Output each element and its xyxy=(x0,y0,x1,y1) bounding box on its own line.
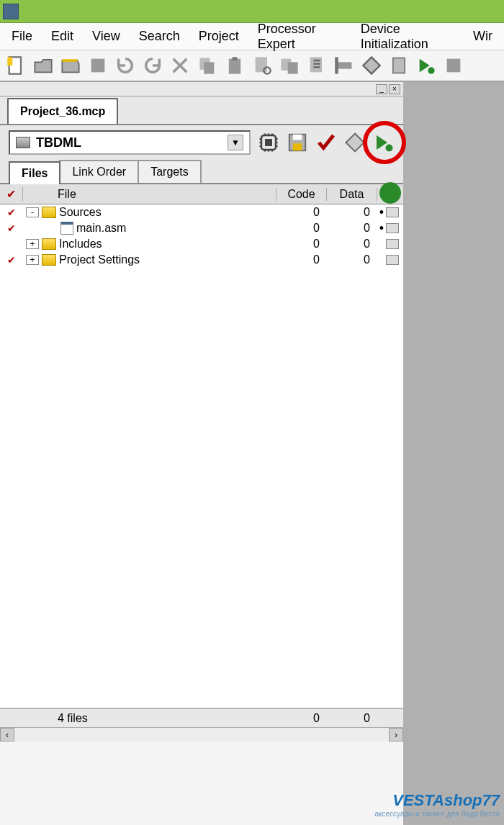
stop-square-button[interactable] xyxy=(444,55,464,76)
header-code[interactable]: Code xyxy=(276,188,327,201)
svg-rect-20 xyxy=(293,135,302,140)
tab-files[interactable]: Files xyxy=(9,161,60,184)
empty-workspace xyxy=(403,82,504,825)
row-data: 0 xyxy=(327,206,377,219)
doc-button[interactable] xyxy=(389,55,409,76)
svg-point-23 xyxy=(379,182,401,204)
table-row[interactable]: ✔ - Sources 0 0 • xyxy=(0,204,403,220)
row-dot: • xyxy=(377,225,386,232)
scroll-track[interactable] xyxy=(14,728,389,741)
check-icon: ✔ xyxy=(0,207,23,218)
svg-rect-13 xyxy=(335,57,338,73)
replace-button[interactable] xyxy=(279,55,300,76)
new-doc-button[interactable] xyxy=(6,55,26,76)
tab-targets[interactable]: Targets xyxy=(138,160,201,183)
document-panel: _ × Project_36.mcp TBDML ▼ Files Link Or… xyxy=(0,82,403,825)
menu-window-truncated[interactable]: Wir xyxy=(466,24,500,48)
row-menu-icon[interactable] xyxy=(386,207,403,217)
run-debug-button[interactable] xyxy=(373,132,395,153)
settings-chip-button[interactable] xyxy=(258,132,279,153)
check-icon: ✔ xyxy=(0,222,23,234)
save-disk-button[interactable] xyxy=(287,132,308,153)
folder-icon xyxy=(42,207,56,218)
header-check-icon[interactable]: ✔ xyxy=(0,187,23,201)
document-tab[interactable]: Project_36.mcp xyxy=(7,98,118,124)
target-select[interactable]: TBDML ▼ xyxy=(9,130,251,155)
header-data[interactable]: Data xyxy=(327,188,377,201)
undo-button[interactable] xyxy=(115,55,135,76)
paste-button[interactable] xyxy=(225,55,245,76)
row-menu-icon[interactable] xyxy=(386,255,403,265)
stop-button[interactable] xyxy=(88,55,108,76)
svg-rect-7 xyxy=(256,57,267,72)
menu-file[interactable]: File xyxy=(4,24,40,48)
collapse-icon[interactable]: - xyxy=(26,207,39,217)
row-code: 0 xyxy=(276,253,327,266)
svg-rect-2 xyxy=(91,59,105,73)
tab-link-order[interactable]: Link Order xyxy=(59,160,139,183)
svg-point-22 xyxy=(386,145,393,152)
menu-view[interactable]: View xyxy=(85,24,127,48)
check-button[interactable] xyxy=(315,132,337,153)
sub-tabs: Files Link Order Targets xyxy=(0,160,403,184)
header-file[interactable]: File xyxy=(23,188,276,201)
menu-device-initialization[interactable]: Device Initialization xyxy=(354,17,462,56)
row-name: Project Settings xyxy=(59,253,276,266)
folder-icon xyxy=(42,238,56,250)
row-name: main.asm xyxy=(76,222,276,235)
cut-button[interactable] xyxy=(170,55,190,76)
row-dot: • xyxy=(377,209,386,216)
check-icon: ✔ xyxy=(0,254,23,266)
row-code: 0 xyxy=(276,206,327,219)
copy-button[interactable] xyxy=(197,55,217,76)
find-button[interactable] xyxy=(252,55,272,76)
svg-rect-21 xyxy=(293,143,302,150)
header-more[interactable] xyxy=(377,180,403,209)
summary-data: 0 xyxy=(327,712,377,725)
row-menu-icon[interactable] xyxy=(386,239,403,249)
menu-bar: File Edit View Search Project Processor … xyxy=(0,23,504,50)
errors-button[interactable] xyxy=(307,55,327,76)
horizontal-scrollbar[interactable]: ‹ › xyxy=(0,727,403,741)
expand-icon[interactable]: + xyxy=(26,255,39,265)
debug-arrow-button[interactable] xyxy=(416,55,436,76)
build-hammer-button[interactable] xyxy=(344,132,366,153)
svg-rect-1 xyxy=(7,57,12,66)
diamond-button[interactable] xyxy=(361,55,382,76)
file-tree: ✔ - Sources 0 0 • ✔ main.asm 0 0 xyxy=(0,204,403,708)
dropdown-arrow-icon[interactable]: ▼ xyxy=(228,135,243,150)
minimize-icon[interactable]: _ xyxy=(376,84,387,94)
expand-icon[interactable]: + xyxy=(26,239,39,249)
menu-search[interactable]: Search xyxy=(132,24,187,48)
save-button[interactable] xyxy=(60,55,81,76)
svg-rect-11 xyxy=(310,57,322,72)
menu-edit[interactable]: Edit xyxy=(44,24,81,48)
table-row[interactable]: ✔ + Project Settings 0 0 xyxy=(0,252,403,268)
watermark-title: VESTAshop77 xyxy=(374,791,500,810)
redo-button[interactable] xyxy=(143,55,163,76)
svg-point-15 xyxy=(428,67,434,73)
marker-button[interactable] xyxy=(334,55,354,76)
main-toolbar xyxy=(0,50,504,82)
close-icon[interactable]: × xyxy=(389,84,400,94)
menu-project[interactable]: Project xyxy=(192,24,246,48)
table-row[interactable]: + Includes 0 0 xyxy=(0,236,403,252)
file-list-header: ✔ File Code Data xyxy=(0,184,403,204)
work-area: _ × Project_36.mcp TBDML ▼ Files Link Or… xyxy=(0,82,504,825)
svg-rect-4 xyxy=(204,62,214,73)
row-menu-icon[interactable] xyxy=(386,223,403,233)
scroll-right-icon[interactable]: › xyxy=(389,728,403,741)
doc-tab-row: Project_36.mcp xyxy=(0,96,403,124)
app-icon xyxy=(3,4,19,19)
open-button[interactable] xyxy=(33,55,53,76)
summary-code: 0 xyxy=(276,712,327,725)
scroll-left-icon[interactable]: ‹ xyxy=(0,728,14,741)
table-row[interactable]: ✔ main.asm 0 0 • xyxy=(0,220,403,236)
target-name: TBDML xyxy=(36,135,222,150)
project-toolbar: TBDML ▼ xyxy=(0,124,403,160)
menu-processor-expert[interactable]: Processor Expert xyxy=(251,17,349,56)
row-code: 0 xyxy=(276,238,327,251)
file-icon xyxy=(60,222,73,235)
svg-rect-10 xyxy=(288,62,298,73)
doc-title-strip: _ × xyxy=(0,82,403,96)
